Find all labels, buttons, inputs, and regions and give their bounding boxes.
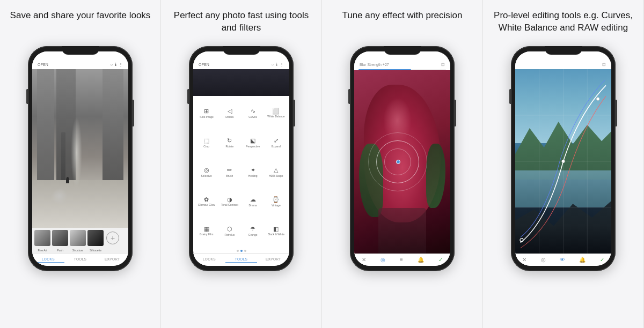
brush-label: Brush: [226, 174, 233, 177]
tool-details[interactable]: ◁ Details: [218, 99, 240, 128]
drama-icon: ☁: [250, 197, 256, 203]
bw-street-photo: [32, 69, 128, 228]
crop-label: Crop: [203, 145, 209, 148]
phone-1-photo: [32, 69, 128, 228]
tool-perspective[interactable]: ⬕ Perspective: [242, 129, 264, 157]
tool-healing[interactable]: ✦ Healing: [242, 158, 264, 187]
tool-black-white[interactable]: ◧ Black & White: [265, 217, 287, 245]
panel-3: Tune any effect with precision Blur Stre…: [322, 0, 483, 328]
undo-icon-4[interactable]: ◎: [541, 257, 546, 263]
mask-icon-4[interactable]: 🔔: [579, 257, 586, 263]
adjustments-icon-3[interactable]: ≡: [400, 257, 403, 263]
thumb-silhouette[interactable]: [87, 230, 104, 246]
tool-drama[interactable]: ☁ Drama: [242, 188, 264, 216]
phone-3-footer: ✕ ◎ ≡ 🔔 ✓: [354, 254, 450, 266]
hdr-scape-label: HDR Scape: [269, 174, 283, 177]
phone-1: OPEN ○ ℹ ⋮: [28, 46, 133, 271]
tab-tools[interactable]: TOOLS: [64, 256, 97, 263]
expand-icon: ⤢: [274, 138, 279, 144]
mask-icon-3[interactable]: 🔔: [418, 257, 424, 263]
vintage-label: Vintage: [272, 204, 281, 207]
retrolux-label: Retrolux: [225, 233, 235, 236]
tool-selective[interactable]: ◎ Selective: [195, 158, 217, 187]
grunge-label: Grunge: [248, 233, 258, 236]
brush-icon: ✏: [227, 167, 232, 173]
panel-2: Perfect any photo fast using tools and f…: [161, 0, 322, 328]
info-icon: ℹ: [115, 62, 116, 67]
drama-label: Drama: [249, 204, 257, 207]
tune-image-icon: ⊞: [204, 108, 209, 114]
svg-point-6: [562, 160, 565, 163]
selective-icon-3[interactable]: ◎: [380, 257, 385, 263]
tool-curves[interactable]: ∿ Curves: [242, 99, 264, 128]
phone-4: ⊡: [511, 46, 616, 271]
panel-1-title: Save and share your favorite looks: [10, 10, 151, 39]
rotate-icon: ↻: [227, 138, 232, 144]
info-icon-2: ℹ: [276, 62, 277, 67]
details-label: Details: [225, 115, 233, 118]
svg-point-8: [520, 238, 523, 242]
tool-hdr-scape[interactable]: △ HDR Scape: [265, 158, 287, 187]
tab-tools-2[interactable]: TOOLS: [225, 256, 258, 263]
circle-icon: ○: [110, 62, 113, 67]
tool-tune-image[interactable]: ⊞ Tune Image: [195, 99, 217, 128]
tool-grunge[interactable]: ☂ Grunge: [242, 217, 264, 245]
eye-icon-4[interactable]: 👁: [560, 257, 565, 263]
circle-icon-2: ○: [271, 62, 274, 67]
tool-brush[interactable]: ✏ Brush: [218, 158, 240, 187]
tab-looks[interactable]: LOOKS: [32, 256, 64, 263]
close-icon-4[interactable]: ✕: [522, 257, 526, 263]
phone-2: OPEN ○ ℹ ⋮ ⊞ Tune Image ◁ Details: [189, 46, 294, 271]
panel-4-title: Pro-level editing tools e.g. Curves, Whi…: [488, 10, 638, 39]
add-look-button[interactable]: +: [106, 232, 119, 244]
compare-icon-4: ⊡: [602, 62, 606, 67]
crop-icon: ⬚: [204, 138, 209, 144]
phone-2-footer: LOOKS TOOLS EXPORT: [193, 253, 289, 266]
perspective-icon: ⬕: [250, 138, 255, 144]
healing-label: Healing: [248, 174, 258, 177]
phone-1-screen: OPEN ○ ℹ ⋮: [32, 51, 128, 266]
tune-image-label: Tune Image: [199, 115, 214, 118]
tool-grainy-film[interactable]: ▦ Grainy Film: [195, 217, 217, 245]
selective-label: Selective: [201, 174, 211, 177]
tool-crop[interactable]: ⬚ Crop: [195, 129, 217, 157]
label-silhouette: Silhouette: [87, 249, 104, 252]
tool-expand[interactable]: ⤢ Expand: [265, 129, 287, 157]
confirm-icon-3[interactable]: ✓: [438, 257, 443, 263]
tool-retrolux[interactable]: ⬡ Retrolux: [218, 217, 240, 245]
thumb-labels: Fine Art Push Structure Silhouette: [32, 248, 128, 253]
panel-4: Pro-level editing tools e.g. Curves, Whi…: [483, 0, 644, 328]
panel-3-title: Tune any effect with precision: [342, 10, 463, 39]
tool-vintage[interactable]: ⌚ Vintage: [265, 188, 287, 216]
thumbnail-strip: +: [32, 228, 128, 248]
grainy-film-label: Grainy Film: [200, 233, 214, 236]
phone-3-screen: Blur Strength +27 ⊡: [354, 51, 450, 266]
tonal-contrast-icon: ◑: [227, 197, 232, 203]
tool-white-balance[interactable]: ⬜ White Balance: [265, 99, 287, 128]
bw-icon: ◧: [273, 226, 279, 232]
close-icon-3[interactable]: ✕: [362, 257, 366, 263]
confirm-icon-4[interactable]: ✓: [600, 257, 604, 263]
tab-export[interactable]: EXPORT: [96, 256, 128, 263]
curves-icon: ∿: [251, 108, 255, 114]
compare-icon: ⊡: [441, 62, 445, 67]
label-push: Push: [52, 249, 68, 252]
tab-looks-2[interactable]: LOOKS: [193, 256, 225, 263]
thumb-structure[interactable]: [70, 230, 86, 246]
tool-tonal-contrast[interactable]: ◑ Tonal Contrast: [218, 188, 240, 216]
thumb-push[interactable]: [52, 230, 68, 246]
selective-dot[interactable]: [396, 160, 400, 164]
tools-grid: ⊞ Tune Image ◁ Details ∿ Curves ⬜ White …: [193, 96, 289, 249]
phone-1-footer: LOOKS TOOLS EXPORT: [32, 253, 128, 266]
panel-1: Save and share your favorite looks OPEN …: [0, 0, 161, 328]
hdr-scape-icon: △: [274, 167, 278, 173]
thumb-fine-art[interactable]: [34, 230, 50, 246]
header-icons-2: ○ ℹ ⋮: [271, 62, 284, 67]
tool-rotate[interactable]: ↻ Rotate: [218, 129, 240, 157]
perspective-label: Perspective: [246, 145, 260, 148]
tool-glamour-glow[interactable]: ✿ Glamour Glow: [195, 188, 217, 216]
header-icons: ○ ℹ ⋮: [110, 62, 123, 67]
more-icon: ⋮: [119, 62, 123, 67]
phone-3: Blur Strength +27 ⊡: [350, 46, 455, 271]
tab-export-2[interactable]: EXPORT: [257, 256, 289, 263]
